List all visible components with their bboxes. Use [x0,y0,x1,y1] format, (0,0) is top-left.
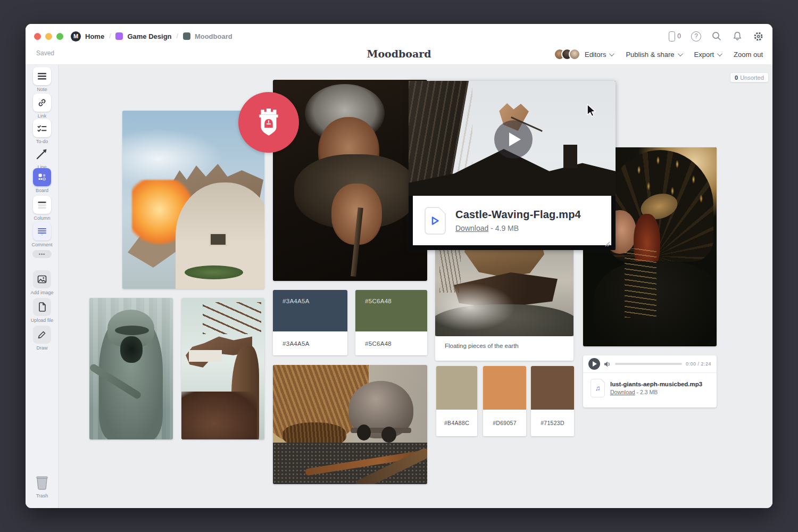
greenery-decor [185,265,243,279]
swatch-color [483,366,526,410]
video-play-button[interactable] [494,120,533,159]
folded-corner [439,207,446,214]
audio-download-row: Download - 2.3 MB [610,389,702,395]
app-logo-icon[interactable]: M [71,31,81,41]
swatch-footer: #D69057 [483,410,526,436]
mouse-cursor [585,103,598,118]
tool-comment[interactable]: Comment [26,222,59,247]
help-icon[interactable]: ? [691,31,701,41]
unsorted-label: Unsorted [740,74,764,81]
resize-handle[interactable] [604,240,610,247]
notifications-bell-icon[interactable] [732,31,743,41]
size-separator: - [635,389,640,395]
video-card[interactable]: Castle-Waving-Flag.mp4 Download - 4.9 MB [409,81,616,250]
editor-avatars [554,48,580,60]
add-image-icon [33,270,51,288]
editors-menu-button[interactable]: Editors [554,48,613,60]
gold-chains-decor [625,248,656,318]
tool-add-image[interactable]: Add image [26,270,59,295]
tool-label: Column [34,215,50,221]
file-size: 2.3 MB [640,389,658,395]
image-dragon-figurehead[interactable] [181,298,264,439]
play-icon [509,132,521,146]
image-skeleton-knight[interactable] [89,298,173,439]
swatch-color [355,290,427,331]
swatch-hex-label: #3A4A5A [282,340,310,347]
tool-line[interactable]: Line [26,145,59,170]
color-swatch-card[interactable]: #5C6A48 #5C6A48 [355,290,427,355]
search-icon[interactable] [711,31,722,41]
image-caption[interactable]: Floating pieces of the earth [445,343,519,349]
maximize-window-button[interactable] [56,33,63,40]
breadcrumb-project[interactable]: Game Design [127,32,171,40]
music-note-icon: ♫ [595,384,601,392]
swatch-color [436,366,477,410]
page-title: Moodboard [367,48,431,60]
audio-play-button[interactable] [588,358,600,370]
volume-icon[interactable] [604,361,611,368]
audio-card[interactable]: 0:00 / 2:24 ♫ lust-giants-aeph-musicbed.… [583,355,717,408]
video-file-text: Castle-Waving-Flag.mp4 Download - 4.9 MB [455,209,581,232]
tool-more[interactable]: ••• [26,250,59,258]
zoom-out-button[interactable]: Zoom out [734,51,763,59]
toolbar-row: Saved Moodboard Editors Publish & share [26,47,772,61]
download-link[interactable]: Download [610,389,635,395]
image-viking-helmet[interactable] [273,365,427,484]
tool-todo[interactable]: To-do [26,119,59,144]
avatar [569,48,580,60]
video-download-row: Download - 4.9 MB [455,224,581,232]
tool-board[interactable]: Board [26,168,59,193]
device-preview-button[interactable]: 0 [669,31,681,41]
breadcrumb-separator: / [177,32,178,40]
audio-file-info: ♫ lust-giants-aeph-musicbed.mp3 Download… [591,379,713,397]
swatch-color [273,290,347,331]
header-icons: 0 ? [669,31,764,42]
comment-icon [33,222,51,240]
line-arrow-icon [33,145,51,163]
trash-icon [33,473,51,492]
tool-link[interactable]: Link [26,94,59,119]
tool-draw[interactable]: Draw [26,326,59,351]
castle-logo-badge[interactable] [238,92,299,153]
tool-label: Link [38,113,47,119]
color-swatch-card[interactable]: #D69057 [483,366,526,436]
color-swatch-card[interactable]: #71523D [531,366,574,436]
download-link[interactable]: Download [455,224,488,232]
export-button[interactable]: Export [694,51,721,59]
card-floating-earth[interactable]: Floating pieces of the earth [435,234,573,361]
audio-time: 0:00 / 2:24 [686,361,711,367]
zoom-out-label: Zoom out [734,51,763,59]
eye-shadow-decor [115,326,149,335]
video-filename: Castle-Waving-Flag.mp4 [455,209,581,221]
unsorted-badge[interactable]: 0 Unsorted [730,72,769,82]
swatch-footer: #5C6A48 [355,331,427,355]
size-separator: - [488,224,495,232]
tool-trash[interactable]: Trash [26,473,59,498]
breadcrumb-board[interactable]: Moodboard [195,32,232,40]
tool-column[interactable]: Column [26,196,59,221]
swatch-color [531,366,574,410]
more-tools-button: ••• [32,250,52,258]
swatch-footer: #71523D [531,410,574,436]
tool-upload-file[interactable]: Upload file [26,298,59,323]
board-canvas[interactable]: 0 Unsorted [59,65,772,508]
minimize-window-button[interactable] [45,33,52,40]
tree-decor [181,392,257,439]
breadcrumb-separator: / [109,32,111,40]
editors-label: Editors [585,51,606,59]
mast-decor [203,302,261,334]
video-preview[interactable] [409,81,616,196]
breadcrumb-home[interactable]: Home [85,32,104,40]
app-window: M Home / Game Design / Moodboard 0 ? [26,24,772,508]
eye-hole-right-decor [381,427,396,443]
chevron-down-icon [717,51,722,56]
publish-share-button[interactable]: Publish & share [626,51,681,59]
tool-label: Note [37,87,47,92]
color-swatch-card[interactable]: #3A4A5A #3A4A5A [273,290,347,355]
tool-note[interactable]: Note [26,67,59,92]
color-swatch-card[interactable]: #B4A88C [436,366,477,436]
close-window-button[interactable] [34,33,41,40]
tool-label: Trash [36,493,48,498]
settings-gear-icon[interactable] [753,31,764,42]
audio-progress-track[interactable] [615,363,682,365]
